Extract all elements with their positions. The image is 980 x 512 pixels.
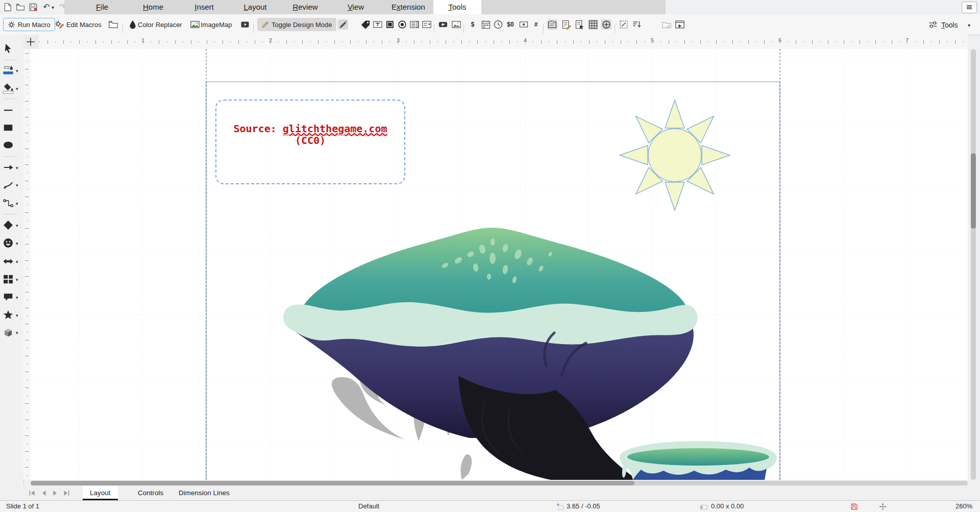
tab-tools[interactable]: Tools [433, 0, 481, 14]
design-pencil-icon[interactable] [338, 19, 348, 30]
text-box-icon[interactable] [373, 19, 383, 30]
horizontal-ruler[interactable]: 1 2 3 4 5 6 7 [39, 35, 968, 50]
ellipse-tool-icon[interactable] [3, 139, 14, 151]
imagemap-label[interactable]: ImageMap [201, 21, 232, 29]
zoom-level-label[interactable]: 260% [955, 502, 972, 510]
undo-dropdown-icon[interactable]: ▾ [52, 5, 54, 10]
flowchart-tool-icon[interactable] [3, 274, 14, 285]
horizontal-scrollbar-thumb[interactable] [31, 481, 634, 485]
insert-line-tool-icon[interactable] [3, 105, 14, 116]
date-field-icon[interactable] [481, 19, 491, 30]
menu-icon[interactable] [962, 2, 977, 13]
label-field-icon[interactable] [360, 19, 371, 30]
curves-polygons-dropdown-icon[interactable]: ▾ [16, 183, 18, 188]
fill-color-dropdown-icon[interactable]: ▾ [16, 86, 18, 91]
layer-tab-dimension-lines[interactable]: Dimension Lines [172, 486, 237, 500]
layer-tab-controls[interactable]: Controls [131, 486, 170, 500]
helplines-icon[interactable] [619, 19, 629, 30]
tab-view[interactable]: View [333, 0, 379, 14]
push-button-icon[interactable] [438, 19, 448, 30]
next-slide-icon[interactable] [51, 489, 59, 497]
automatic-control-focus-icon[interactable] [675, 19, 685, 30]
tools-menu-dropdown-icon[interactable]: ▾ [968, 23, 970, 28]
select-tool-icon[interactable] [3, 43, 14, 54]
document-modified-icon[interactable] [850, 503, 858, 510]
tree-shape[interactable] [283, 228, 697, 480]
block-arrows-dropdown-icon[interactable]: ▾ [16, 259, 18, 264]
tools-menu-button[interactable]: Tools [941, 21, 958, 29]
stars-tool-icon[interactable] [3, 309, 14, 321]
currency-field-icon[interactable]: $ [468, 19, 478, 30]
tab-review[interactable]: Review [282, 0, 328, 14]
snap-to-grid-icon[interactable] [601, 19, 611, 30]
vertical-ruler[interactable] [23, 49, 31, 480]
sort-order-icon[interactable] [632, 19, 642, 30]
list-box-icon[interactable] [409, 19, 420, 30]
3d-objects-tool-icon[interactable] [3, 327, 14, 338]
template-name-label[interactable]: Default [358, 502, 379, 510]
combo-box-icon[interactable] [422, 19, 432, 30]
callouts-dropdown-icon[interactable]: ▾ [16, 295, 18, 300]
connectors-dropdown-icon[interactable]: ▾ [16, 201, 18, 206]
curves-polygons-tool-icon[interactable] [3, 179, 14, 190]
slide-canvas[interactable]: Source: glitchthegame.com (CC0) [31, 49, 968, 480]
rectangle-tool-icon[interactable] [3, 122, 14, 133]
time-field-icon[interactable] [493, 19, 503, 30]
toggle-design-mode-button[interactable]: Toggle Design Mode [257, 18, 336, 31]
basic-shapes-tool-icon[interactable] [3, 220, 14, 231]
spin-button-icon[interactable] [519, 19, 529, 30]
color-replacer-label[interactable]: Color Replacer [138, 21, 182, 29]
vertical-scrollbar-track[interactable] [971, 49, 976, 480]
formatted-field-icon[interactable]: $0 [505, 19, 516, 30]
lines-arrows-dropdown-icon[interactable]: ▾ [16, 165, 18, 170]
imagemap-icon[interactable] [190, 19, 200, 30]
open-file-icon[interactable] [16, 3, 25, 12]
previous-slide-icon[interactable] [40, 489, 48, 497]
image-button-icon[interactable] [451, 19, 461, 30]
check-box-icon[interactable] [385, 19, 395, 30]
line-style-tool-icon[interactable] [3, 65, 14, 76]
new-document-icon[interactable] [3, 3, 12, 12]
stars-dropdown-icon[interactable]: ▾ [16, 313, 18, 318]
display-grid-icon[interactable] [588, 19, 598, 30]
horizontal-scrollbar[interactable] [31, 480, 968, 486]
tab-extension[interactable]: Extension [384, 0, 433, 14]
connectors-tool-icon[interactable] [3, 198, 14, 209]
lines-arrows-tool-icon[interactable] [3, 162, 14, 173]
run-macro-button[interactable]: Run Macro [3, 18, 55, 31]
save-icon[interactable] [29, 3, 38, 12]
bowl-shape[interactable] [620, 441, 777, 480]
toolbar-settings-icon[interactable] [928, 19, 938, 30]
3d-objects-dropdown-icon[interactable]: ▾ [16, 330, 18, 335]
line-style-dropdown-icon[interactable]: ▾ [16, 68, 18, 74]
undo-icon[interactable]: ↶ [42, 3, 51, 12]
first-slide-icon[interactable] [28, 489, 36, 497]
flowchart-dropdown-icon[interactable]: ▾ [16, 277, 18, 282]
tab-insert[interactable]: Insert [181, 0, 227, 14]
basic-shapes-dropdown-icon[interactable]: ▾ [16, 223, 18, 228]
callouts-tool-icon[interactable] [3, 291, 14, 303]
source-text-box[interactable]: Source: glitchthegame.com (CC0) [215, 100, 405, 184]
open-in-design-mode-icon[interactable] [662, 19, 672, 30]
tab-layout[interactable]: Layout [232, 0, 278, 14]
vertical-scrollbar-thumb[interactable] [971, 153, 976, 229]
fit-slide-icon[interactable] [879, 503, 887, 510]
sun-shape[interactable] [620, 100, 730, 210]
form-navigator-icon[interactable] [575, 19, 585, 30]
symbol-shapes-tool-icon[interactable] [3, 237, 14, 249]
edit-macros-label[interactable]: Edit Macros [66, 21, 102, 29]
option-button-icon[interactable] [397, 19, 407, 30]
ruler-origin-box[interactable] [23, 35, 39, 50]
pattern-field-icon[interactable]: # [531, 19, 541, 30]
layer-tab-layout[interactable]: Layout [83, 486, 118, 500]
macro-organizer-folder-icon[interactable] [108, 19, 118, 30]
edit-macros-icon[interactable] [54, 19, 64, 30]
media-player-icon[interactable] [240, 19, 250, 30]
fill-color-tool-icon[interactable] [3, 83, 14, 94]
tab-home[interactable]: Home [130, 0, 176, 14]
group-box-icon[interactable] [547, 19, 557, 30]
block-arrows-tool-icon[interactable] [3, 256, 14, 267]
symbol-shapes-dropdown-icon[interactable]: ▾ [16, 241, 18, 246]
vertical-scrollbar[interactable] [970, 49, 976, 480]
control-properties-icon[interactable] [561, 19, 572, 30]
